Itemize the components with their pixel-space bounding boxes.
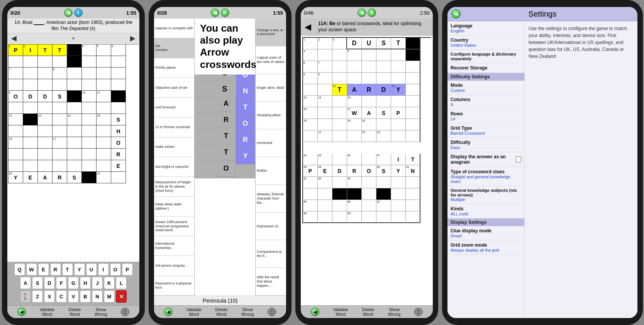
p3-rl2c2[interactable]: 29E xyxy=(318,165,332,177)
cell-8-4[interactable] xyxy=(53,125,67,137)
phone2-delete-btn[interactable]: DeleteWord xyxy=(215,307,227,317)
cell-6-2[interactable] xyxy=(23,102,38,114)
cell-3-6[interactable] xyxy=(82,68,97,79)
blc-r2[interactable]: R xyxy=(236,132,255,148)
p3-rl5c6[interactable]: 37 xyxy=(376,200,391,212)
cell-1-7[interactable]: 5 xyxy=(97,44,111,56)
cell-9-7[interactable] xyxy=(97,137,111,149)
art-r[interactable]: R xyxy=(217,112,236,128)
p3-dust-t[interactable]: T xyxy=(391,38,406,49)
p3-rl1c2[interactable]: 25 xyxy=(318,154,332,165)
p3-r7c3[interactable] xyxy=(332,107,347,119)
cell-12-4[interactable]: R xyxy=(53,172,67,183)
p3-rl2c1[interactable]: 28P xyxy=(303,165,318,177)
key-j[interactable]: J xyxy=(92,277,103,289)
p3-r5c8[interactable] xyxy=(406,84,420,96)
cell-7-6[interactable] xyxy=(82,114,97,125)
p3-rl5c3[interactable] xyxy=(332,200,347,212)
cell-10-8[interactable]: R xyxy=(111,149,126,160)
cell-11-3[interactable] xyxy=(38,160,53,172)
phone2-check-icon[interactable]: ✓ xyxy=(221,8,229,17)
p3-r8c4[interactable]: 19 xyxy=(347,119,362,130)
p3-r5c1[interactable] xyxy=(303,84,318,96)
cell-3-5[interactable] xyxy=(67,68,82,79)
phone3-back-btn[interactable]: ◀ xyxy=(311,308,319,316)
cell-3-7[interactable] xyxy=(97,68,111,79)
cell-11-4[interactable] xyxy=(53,160,67,172)
prev-clue-arrow[interactable]: ◀ xyxy=(10,34,18,42)
delete-word-btn[interactable]: DeleteWord xyxy=(68,307,81,317)
cell-12-1[interactable]: 18Y xyxy=(8,172,23,183)
p3-tardy-y[interactable]: 12Y xyxy=(391,84,406,96)
key-shift[interactable]: 🚶 xyxy=(20,290,31,303)
cell-9-8[interactable]: O xyxy=(111,137,126,149)
p3-r1c2[interactable]: 2 xyxy=(318,38,332,49)
p3-tardy-t[interactable]: 11T xyxy=(332,84,347,96)
settings-back-btn[interactable]: ◀ xyxy=(451,9,461,19)
p3-dust-u[interactable]: U xyxy=(362,38,376,49)
p3-rl6c6[interactable] xyxy=(376,212,391,223)
cell-9-5[interactable] xyxy=(67,137,82,149)
p3-r2c4[interactable]: 5 xyxy=(347,49,362,61)
p3-r3c8[interactable] xyxy=(406,61,420,73)
p3-r2c1[interactable]: 4 xyxy=(303,49,318,61)
key-n[interactable]: N xyxy=(92,290,103,303)
cell-10-4[interactable] xyxy=(53,149,67,160)
p3-r1c1[interactable]: 1 xyxy=(303,38,318,49)
cell-8-2[interactable] xyxy=(23,125,38,137)
cell-11-6[interactable] xyxy=(82,160,97,172)
cell-6-3[interactable] xyxy=(38,102,53,114)
p3-r3c4[interactable] xyxy=(347,61,362,73)
phone3-show-btn[interactable]: ShowWrong xyxy=(388,307,400,317)
cell-7-7[interactable]: 15 xyxy=(97,114,111,125)
p3-r8c7[interactable] xyxy=(391,119,406,130)
cell-2-2[interactable] xyxy=(23,56,38,68)
p3-rl3c2[interactable]: 33 xyxy=(318,177,332,188)
cell-4-5[interactable] xyxy=(67,79,82,91)
cell-10-1[interactable] xyxy=(8,149,23,160)
cell-10-3[interactable] xyxy=(38,149,53,160)
cell-2-3[interactable] xyxy=(38,56,53,68)
cell-4-6[interactable] xyxy=(82,79,97,91)
key-l[interactable]: L xyxy=(116,277,127,289)
cell-6-6[interactable] xyxy=(82,102,97,114)
p3-r2c7[interactable] xyxy=(391,49,406,61)
p3-rl2c7[interactable]: Y xyxy=(391,165,406,177)
key-h[interactable]: H xyxy=(80,277,91,289)
cell-7-3[interactable]: 13 xyxy=(38,114,53,125)
cell-8-7[interactable] xyxy=(97,125,111,137)
cell-8-6[interactable] xyxy=(82,125,97,137)
key-v[interactable]: V xyxy=(68,290,79,303)
cell-4-1[interactable] xyxy=(8,79,23,91)
cell-6-5[interactable] xyxy=(67,102,82,114)
p3-r6c4[interactable]: 15 xyxy=(347,96,362,107)
cell-6-4[interactable] xyxy=(53,102,67,114)
p3-r6c8[interactable] xyxy=(406,96,420,107)
phone3-more-btn[interactable]: ⋮ xyxy=(414,308,423,316)
settings-country[interactable]: Country United States xyxy=(447,36,524,50)
p3-r6c7[interactable] xyxy=(391,96,406,107)
cell-11-1[interactable] xyxy=(8,160,23,172)
settings-clue-display[interactable]: Clue display mode Smart xyxy=(447,226,524,240)
cell-8-8[interactable]: H xyxy=(111,125,126,137)
p3-rl4c5[interactable] xyxy=(362,188,376,200)
p3-r8c1[interactable]: 18 xyxy=(303,119,318,130)
p3-r9c5[interactable]: 22 xyxy=(362,130,376,142)
p3-r4c1[interactable]: 8 xyxy=(303,73,318,84)
phone3-num-icon[interactable]: 1 xyxy=(368,8,376,17)
settings-rows[interactable]: Rows 14 xyxy=(447,109,524,124)
cell-9-3[interactable] xyxy=(38,137,53,149)
key-x[interactable]: X xyxy=(44,290,55,303)
p3-r6c1[interactable]: 13 xyxy=(303,96,318,107)
cell-5-2[interactable]: D xyxy=(23,91,38,102)
cell-6-8[interactable] xyxy=(111,102,126,114)
settings-recover-storage[interactable]: Recover Storage xyxy=(447,63,524,73)
p3-r7c4[interactable]: 17W xyxy=(347,107,362,119)
p3-r5c2[interactable] xyxy=(318,84,332,96)
more-btn[interactable]: ⋮ xyxy=(121,308,129,316)
key-d[interactable]: D xyxy=(44,277,55,289)
p3-rl5c1[interactable]: 35 xyxy=(303,200,318,212)
p3-rl4c8[interactable] xyxy=(406,188,420,200)
p3-tardy-d[interactable]: D xyxy=(376,84,391,96)
p3-rl3c3[interactable] xyxy=(332,177,347,188)
